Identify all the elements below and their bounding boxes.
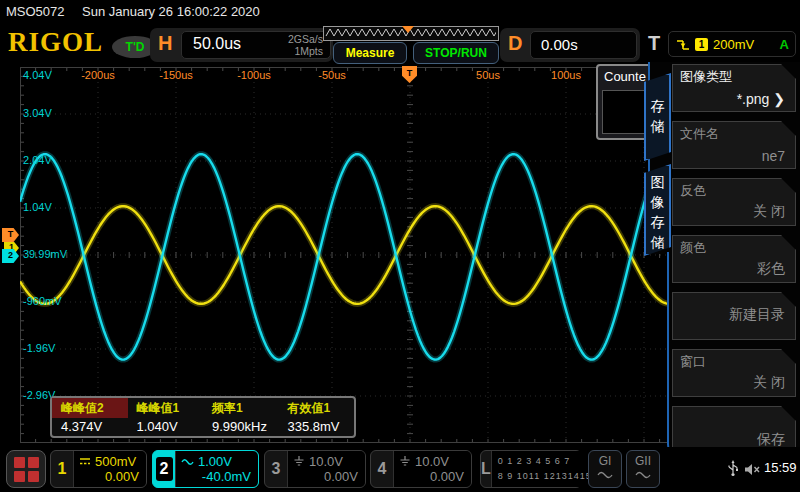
dc-coupling-icon (79, 456, 91, 466)
datetime: Sun January 26 16:00:22 2020 (82, 4, 260, 19)
channel-2-offset: -40.0mV (181, 469, 251, 485)
top-status-bar: MSO5072 Sun January 26 16:00:22 2020 (0, 0, 800, 24)
channel-1-scale: 500mV (95, 454, 136, 469)
model-name: MSO5072 (6, 4, 65, 19)
horizontal-settings[interactable]: H 50.0us 2GSa/s 1Mpts (150, 28, 333, 62)
menu-item-invert[interactable]: 反色 关 闭 (672, 178, 796, 226)
measurement-panel: 峰峰值2 4.374V 峰峰值1 1.040V 频率1 9.990kHz 有效值… (50, 396, 356, 438)
time-label: 50us (476, 69, 500, 81)
memory-depth: 1Mpts (294, 45, 323, 57)
generator-1-box[interactable]: GI (588, 450, 622, 488)
menu-item-filename[interactable]: 文件名 ne7 (672, 121, 796, 169)
measurement-item[interactable]: 峰峰值2 4.374V (52, 398, 128, 436)
ground-coupling-icon (293, 456, 305, 466)
submenu-arrow-icon: ❯ (773, 91, 785, 107)
sine-wave-icon (597, 471, 613, 479)
h-label: H (158, 32, 172, 55)
channel-1-box[interactable]: 1 500mV 0.00V (50, 450, 147, 488)
bottom-bar: 1 500mV 0.00V 2 1.00V (0, 447, 800, 492)
oscilloscope-screen: MSO5072 Sun January 26 16:00:22 2020 RIG… (0, 0, 800, 492)
tab-image-storage[interactable]: 图像存储 (644, 164, 671, 256)
falling-edge-icon (675, 38, 690, 51)
time-label: 100us (551, 69, 581, 81)
volt-label: 4.04V (23, 69, 52, 81)
logic-channels-box[interactable]: L 0 1 2 3 4 5 6 7 8 9 1011 12131415 (480, 450, 582, 488)
stop-run-button[interactable]: STOP/RUN (413, 42, 499, 64)
mute-speaker-icon (744, 463, 761, 476)
trigger-mode: A (780, 37, 789, 52)
menu-item-window[interactable]: 窗口 关 闭 (672, 349, 796, 397)
time-label: -50us (318, 69, 346, 81)
memory-position-marker[interactable] (402, 26, 414, 33)
channel-4-scale: 10.0V (415, 454, 449, 469)
menu-item-color[interactable]: 颜色 彩色 (672, 235, 796, 283)
volt-label: -960mV (23, 295, 62, 307)
channel-4-offset: 0.00V (399, 469, 464, 485)
channel-4-badge: 4 (371, 451, 393, 487)
timebase-value: 50.0us (193, 35, 241, 53)
channel-3-box[interactable]: 3 10.0V 0.00V (264, 450, 366, 488)
channel-1-badge: 1 (51, 451, 73, 487)
measure-button[interactable]: Measure (333, 42, 407, 64)
timebase-box[interactable]: 50.0us 2GSa/s 1Mpts (181, 31, 331, 59)
logic-badge: L (481, 451, 491, 487)
channel-2-scale: 1.00V (198, 454, 232, 469)
measurement-item[interactable]: 有效值1 335.8mV (279, 398, 355, 436)
display-grid-button[interactable] (6, 450, 46, 488)
channel-1-offset: 0.00V (79, 469, 139, 485)
ground-coupling-icon (399, 456, 411, 466)
trigger-level-marker[interactable]: T (2, 228, 19, 242)
delay-settings[interactable]: D 0.00s (500, 28, 640, 62)
logic-row-2: 8 9 1011 12131415 (498, 471, 592, 481)
time-label: -200us (81, 69, 115, 81)
time-label: -100us (237, 69, 271, 81)
volt-label: 3.04V (23, 107, 52, 119)
volt-label: 2.04V (23, 154, 52, 166)
generator-2-box[interactable]: GII (626, 450, 660, 488)
delay-box[interactable]: 0.00s (530, 31, 637, 59)
delay-value: 0.00s (541, 36, 578, 53)
ac-coupling-icon (181, 457, 194, 466)
trigger-level: 200mV (713, 37, 754, 52)
system-time: 15:59 (764, 460, 797, 475)
trigger-settings[interactable]: T 1 200mV A (645, 28, 798, 62)
channel-3-scale: 10.0V (309, 454, 343, 469)
rigol-logo: RIGOL (8, 27, 103, 58)
tab-storage[interactable]: 存储 (644, 73, 671, 161)
volt-label: 1.04V (23, 201, 52, 213)
trigger-box[interactable]: 1 200mV A (668, 31, 796, 57)
measurement-item[interactable]: 峰峰值1 1.040V (128, 398, 204, 436)
usb-icon (727, 460, 739, 477)
time-label: -150us (159, 69, 193, 81)
measurement-item[interactable]: 频率1 9.990kHz (203, 398, 279, 436)
channel-2-box[interactable]: 2 1.00V -40.0mV (152, 450, 259, 488)
channel-3-offset: 0.00V (293, 469, 358, 485)
trigger-source-badge: 1 (695, 38, 708, 51)
waveform-memory-bar[interactable] (323, 26, 499, 41)
channel-3-badge: 3 (265, 451, 287, 487)
t-label: T (648, 32, 660, 55)
menu-item-image-type[interactable]: 图像类型 *.png ❯ (672, 64, 796, 112)
logic-row-1: 0 1 2 3 4 5 6 7 (498, 456, 571, 466)
menu-item-new-directory[interactable]: 新建目录 (672, 292, 796, 340)
volt-label: -1.96V (23, 342, 55, 354)
volt-label: 39.99mV (23, 248, 67, 260)
channel-2-badge: 2 (153, 451, 175, 487)
sample-rate: 2GSa/s 1Mpts (288, 33, 323, 57)
sine-wave-icon (635, 471, 651, 479)
d-label: D (508, 32, 522, 55)
channel-4-box[interactable]: 4 10.0V 0.00V (370, 450, 472, 488)
